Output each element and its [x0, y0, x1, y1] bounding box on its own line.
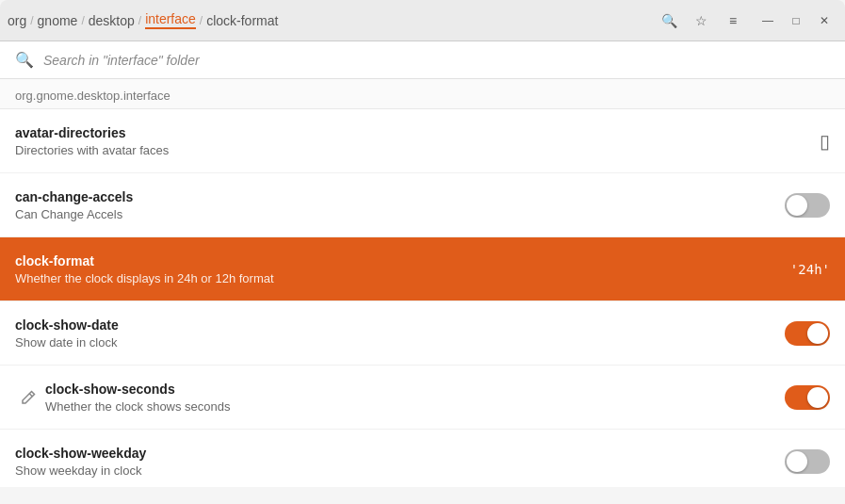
setting-key-clock-format: clock-format [15, 253, 779, 268]
setting-content-accels: can-change-accels Can Change Accels [15, 189, 773, 221]
toggle-clock-show-seconds[interactable] [785, 385, 830, 410]
breadcrumb: org / gnome / desktop / interface / cloc… [8, 11, 655, 29]
directory-icon: ▯ [820, 130, 830, 153]
value-badge-clock-format: '24h' [790, 262, 830, 277]
toggle-clock-show-date[interactable] [785, 321, 830, 346]
setting-key-accels: can-change-accels [15, 189, 773, 204]
window-controls: — □ ✕ [755, 8, 837, 34]
setting-key-clock-show-seconds: clock-show-seconds [45, 382, 773, 397]
setting-key-clock-show-weekday: clock-show-weekday [15, 446, 773, 461]
setting-content-clock-show-date: clock-show-date Show date in clock [15, 317, 773, 350]
setting-item-clock-show-seconds[interactable]: clock-show-seconds Whether the clock sho… [0, 366, 845, 430]
breadcrumb-item-interface[interactable]: interface [145, 11, 196, 29]
setting-control-avatar[interactable]: ▯ [820, 130, 830, 153]
edit-icon [21, 390, 36, 405]
setting-item-avatar-directories[interactable]: avatar-directories Directories with avat… [0, 109, 845, 173]
setting-control-accels[interactable] [785, 193, 830, 218]
breadcrumb-sep-4: / [200, 14, 203, 27]
edit-icon-cell [15, 390, 41, 405]
breadcrumb-item-org[interactable]: org [8, 13, 26, 28]
minimize-button[interactable]: — [755, 8, 781, 34]
namespace-header: org.gnome.desktop.interface [0, 79, 845, 109]
setting-key-avatar: avatar-directories [15, 125, 808, 140]
bookmark-button[interactable]: ☆ [687, 7, 715, 35]
setting-control-clock-show-seconds[interactable] [785, 385, 830, 410]
setting-desc-avatar: Directories with avatar faces [15, 143, 808, 157]
toggle-clock-show-weekday[interactable] [785, 449, 830, 474]
search-placeholder[interactable]: Search in "interface" folder [43, 53, 200, 68]
setting-control-clock-show-date[interactable] [785, 321, 830, 346]
setting-desc-accels: Can Change Accels [15, 207, 773, 221]
titlebar-actions: 🔍 ☆ ≡ [655, 7, 747, 35]
setting-desc-clock-show-seconds: Whether the clock shows seconds [45, 399, 773, 414]
setting-desc-clock-format: Whether the clock displays in 24h or 12h… [15, 271, 779, 285]
setting-item-clock-show-date[interactable]: clock-show-date Show date in clock [0, 301, 845, 366]
namespace-label: org.gnome.desktop.interface [15, 89, 171, 103]
setting-item-can-change-accels[interactable]: can-change-accels Can Change Accels [0, 173, 845, 237]
setting-control-clock-show-weekday[interactable] [785, 449, 830, 474]
titlebar: org / gnome / desktop / interface / cloc… [0, 0, 845, 41]
toggle-can-change-accels[interactable] [785, 193, 830, 218]
settings-list: avatar-directories Directories with avat… [0, 109, 845, 487]
setting-content-clock-show-weekday: clock-show-weekday Show weekday in clock [15, 446, 773, 478]
breadcrumb-item-gnome[interactable]: gnome [38, 13, 78, 28]
breadcrumb-item-desktop[interactable]: desktop [89, 13, 135, 28]
close-button[interactable]: ✕ [811, 8, 837, 34]
breadcrumb-sep-2: / [81, 14, 84, 27]
setting-item-clock-format[interactable]: clock-format Whether the clock displays … [0, 237, 845, 301]
setting-content-clock-show-seconds: clock-show-seconds Whether the clock sho… [45, 382, 773, 414]
setting-key-clock-show-date: clock-show-date [15, 317, 773, 333]
breadcrumb-sep-1: / [30, 14, 33, 27]
menu-button[interactable]: ≡ [719, 7, 747, 35]
search-icon: 🔍 [15, 51, 34, 69]
setting-item-clock-show-weekday[interactable]: clock-show-weekday Show weekday in clock [0, 430, 845, 487]
setting-desc-clock-show-date: Show date in clock [15, 335, 773, 350]
setting-content-clock-format: clock-format Whether the clock displays … [15, 253, 779, 285]
svg-line-0 [29, 393, 33, 397]
breadcrumb-item-clock-format[interactable]: clock-format [206, 13, 278, 28]
maximize-button[interactable]: □ [783, 8, 809, 34]
setting-desc-clock-show-weekday: Show weekday in clock [15, 463, 773, 478]
setting-content-avatar: avatar-directories Directories with avat… [15, 125, 808, 157]
breadcrumb-sep-3: / [138, 14, 141, 27]
search-button[interactable]: 🔍 [655, 7, 683, 35]
search-bar: 🔍 Search in "interface" folder [0, 41, 845, 79]
setting-control-clock-format[interactable]: '24h' [790, 262, 830, 277]
